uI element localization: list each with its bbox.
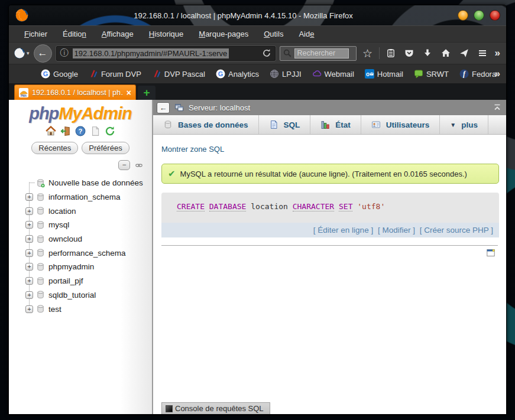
database-icon <box>36 220 45 230</box>
svg-text:o: o <box>366 71 370 77</box>
window-maximize-button[interactable] <box>474 10 484 21</box>
sql-console-toggle[interactable]: Console de requêtes SQL <box>161 402 270 414</box>
hamburger-icon <box>478 48 487 58</box>
collapse-panel-icon[interactable] <box>492 103 503 112</box>
pma-logo[interactable]: phpMyAdmin <box>9 104 152 123</box>
tree-item-new-database[interactable]: Nouvelle base de données <box>9 176 152 190</box>
collapse-all-button[interactable]: − <box>118 160 130 170</box>
new-tab-button[interactable]: + <box>138 86 156 100</box>
tab-title: 192.168.0.1 / localhost | ph… <box>32 89 123 97</box>
home-button[interactable] <box>439 48 453 58</box>
tree-item-sqldb-tutorial[interactable]: + sqldb_tutorial <box>9 288 152 302</box>
tree-item-owncloud[interactable]: + owncloud <box>9 232 152 246</box>
expand-icon[interactable]: + <box>25 305 33 313</box>
bookmark-srwt[interactable]: SRWT <box>409 67 454 80</box>
database-icon <box>36 290 45 299</box>
favorite-tables-button[interactable]: Préférées <box>82 142 129 154</box>
menu-historique[interactable]: Historique <box>142 27 191 41</box>
tab-sql[interactable]: SQL <box>259 115 311 134</box>
url-input[interactable]: 192.168.0.1/phpmyadmin/#PMAURL-1:serve <box>73 48 229 58</box>
tree-item-portail-pjf[interactable]: + portail_pjf <box>9 274 152 288</box>
tree-item-test[interactable]: + test <box>9 302 152 316</box>
dropdown-caret-icon: ▼ <box>450 122 456 128</box>
bookmark-hotmail[interactable]: o Hotmail <box>360 67 408 80</box>
bar-chart-icon <box>320 120 330 129</box>
bookmark-mageia[interactable]: A Mageia <box>502 67 507 80</box>
refresh-icon[interactable] <box>105 126 115 136</box>
bookmark-analytics[interactable]: G Analytics <box>211 67 264 80</box>
document-icon[interactable] <box>90 126 101 136</box>
help-icon[interactable]: ? <box>75 126 86 136</box>
toolbar-overflow-button[interactable]: » <box>494 47 501 59</box>
bookmark-webmail[interactable]: Webmail <box>307 67 359 80</box>
pocket-button[interactable] <box>402 48 416 58</box>
tree-item-mysql[interactable]: + mysql <box>9 218 152 232</box>
reading-list-button[interactable] <box>384 48 398 58</box>
tab-bases-de-donnees[interactable]: Bases de données <box>153 115 259 134</box>
executed-sql-block: CREATE DATABASE location CHARACTER SET '… <box>161 193 499 237</box>
edit-inline-link[interactable]: [ Éditer en ligne ] <box>313 226 373 235</box>
window-minimize-button[interactable] <box>458 10 468 21</box>
expand-icon[interactable]: + <box>25 277 33 285</box>
link-icon[interactable] <box>134 162 144 169</box>
success-message-text: MySQL a retourné un résultat vide (aucun… <box>180 170 467 178</box>
menu-aide[interactable]: Aide <box>291 27 321 41</box>
expand-icon[interactable]: + <box>25 221 33 229</box>
bookmark-fedora[interactable]: f Fedora <box>455 67 501 80</box>
menu-affichage[interactable]: Affichage <box>95 27 141 41</box>
success-check-icon: ✔ <box>168 168 176 179</box>
bookmark-star-button[interactable]: ☆ <box>361 47 375 60</box>
downloads-button[interactable] <box>420 48 435 58</box>
hamburger-menu-button[interactable] <box>475 48 490 58</box>
bookmarks-overflow-button[interactable]: » <box>495 69 500 79</box>
server-title: Serveur: localhost <box>189 103 250 112</box>
search-bar[interactable] <box>280 46 357 61</box>
console-icon <box>166 405 173 412</box>
globe-favicon <box>270 69 279 79</box>
bookmark-dvp-pascal[interactable]: DVP Pascal <box>147 67 210 80</box>
tab-utilisateurs[interactable]: Utilisateurs <box>361 115 440 134</box>
tab-bar: PMA 192.168.0.1 / localhost | ph… × + <box>9 83 506 100</box>
tab-close-icon[interactable]: × <box>127 88 131 97</box>
show-sql-area-link[interactable]: Montrer zone SQL <box>161 145 224 154</box>
google-favicon: G <box>41 69 50 79</box>
tree-item-performance-schema[interactable]: + performance_schema <box>9 246 152 260</box>
expand-icon[interactable]: + <box>25 235 33 243</box>
url-bar[interactable]: ⓘ 192.168.0.1/phpmyadmin/#PMAURL-1:serve <box>56 46 276 61</box>
menu-edition[interactable]: Édition <box>56 27 93 41</box>
tree-item-information-schema[interactable]: + information_schema <box>9 190 152 204</box>
open-new-window-icon[interactable] <box>486 248 495 258</box>
sidebar-icon-row: ? <box>9 126 152 136</box>
expand-icon[interactable]: + <box>25 193 33 201</box>
window-close-button[interactable] <box>490 10 500 21</box>
site-info-icon[interactable]: ⓘ <box>60 48 69 58</box>
bookmark-google[interactable]: G Google <box>36 67 83 80</box>
expand-icon[interactable]: + <box>25 249 33 257</box>
tree-item-phpmyadmin[interactable]: + phpmyadmin <box>9 260 152 274</box>
recent-tables-button[interactable]: Récentes <box>31 142 78 154</box>
expand-icon[interactable]: + <box>25 263 33 271</box>
search-input[interactable] <box>294 48 349 58</box>
bookmark-forum-dvp[interactable]: Forum DVP <box>84 67 146 80</box>
logout-door-icon[interactable] <box>60 126 71 136</box>
tab-plus[interactable]: ▼ plus <box>440 115 488 134</box>
create-php-code-link[interactable]: [ Créer source PHP ] <box>420 226 493 235</box>
menu-fichier[interactable]: Fichier <box>17 27 54 41</box>
bookmark-lpjji[interactable]: LPJJI <box>265 67 306 80</box>
menu-outils[interactable]: Outils <box>257 27 290 41</box>
pma-back-button[interactable]: ← <box>157 102 170 113</box>
expand-icon[interactable]: + <box>25 207 33 215</box>
share-button[interactable] <box>457 48 471 58</box>
expand-icon[interactable]: + <box>25 291 33 299</box>
console-label: Console de requêtes SQL <box>175 404 264 413</box>
active-tab[interactable]: PMA 192.168.0.1 / localhost | ph… × <box>14 84 136 100</box>
back-button[interactable]: ← <box>34 44 52 63</box>
reload-icon[interactable] <box>262 48 271 58</box>
tab-etat[interactable]: État <box>310 115 361 134</box>
tree-item-location[interactable]: + location <box>9 204 152 218</box>
pma-main-panel: ← Serveur: localhost Bases de données <box>153 100 506 414</box>
menu-marque-pages[interactable]: Marque-pages <box>192 27 255 41</box>
session-menu-button[interactable]: ▾ <box>14 47 30 59</box>
edit-link[interactable]: [ Modifier ] <box>378 226 415 235</box>
home-icon[interactable] <box>46 126 56 136</box>
